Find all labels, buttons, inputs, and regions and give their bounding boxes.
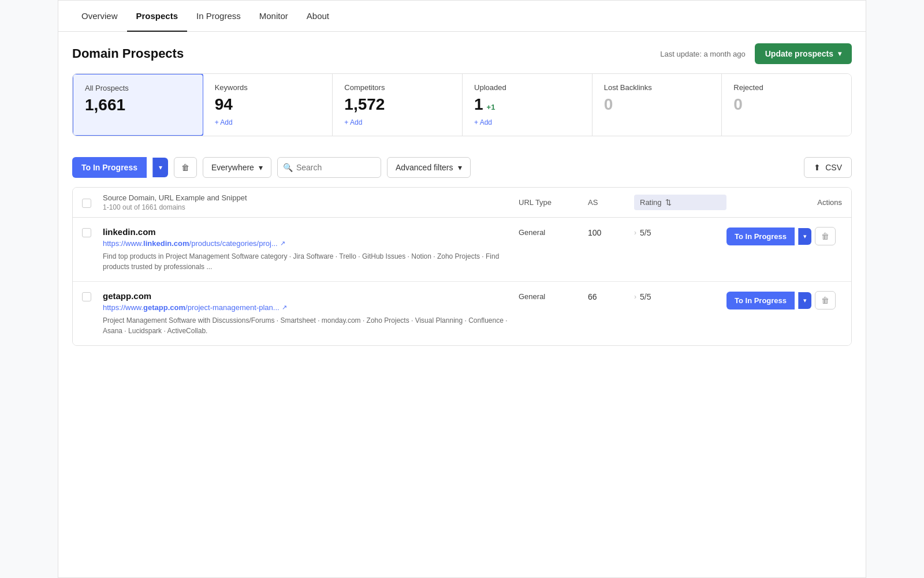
rating-label: Rating — [640, 198, 662, 207]
chevron-down-icon: ▾ — [838, 50, 841, 58]
search-wrap: 🔍 — [277, 157, 381, 178]
main-nav: Overview Prospects In Progress Monitor A… — [58, 1, 866, 32]
stats-row: All Prospects 1,661 Keywords 94 + Add Co… — [72, 73, 852, 136]
stat-rejected-value: 0 — [733, 95, 840, 114]
domain-snippet: Find top products in Project Management … — [103, 251, 519, 272]
toolbar: To In Progress▾ 🗑 Everywhere ▾ 🔍 Advance… — [58, 150, 866, 187]
nav-about[interactable]: About — [297, 1, 338, 31]
th-rating: Rating ⇅ — [634, 195, 726, 210]
update-prospects-label: Update prospects — [765, 49, 833, 58]
search-icon: 🔍 — [283, 163, 293, 172]
everywhere-label: Everywhere — [211, 163, 254, 172]
upload-icon: ⬆ — [814, 163, 821, 172]
action-delete-button[interactable]: 🗑 — [815, 227, 836, 245]
url-type-cell: General — [519, 291, 588, 301]
stat-keywords-add[interactable]: + Add — [215, 118, 321, 126]
chevron-right-icon: › — [634, 293, 636, 301]
nav-monitor[interactable]: Monitor — [250, 1, 297, 31]
rating-cell: › 5/5 — [634, 227, 726, 237]
rating-value: 5/5 — [640, 228, 651, 237]
row-checkbox-cell — [82, 227, 103, 237]
stat-keywords-label: Keywords — [215, 83, 321, 92]
stat-all-prospects[interactable]: All Prospects 1,661 — [72, 73, 204, 136]
chevron-right-icon: › — [634, 229, 636, 237]
delete-button[interactable]: 🗑 — [174, 157, 197, 178]
stat-competitors-add[interactable]: + Add — [344, 118, 450, 126]
stat-keywords-value: 94 — [215, 95, 321, 114]
th-source-label: Source Domain, URL Example and Snippet — [103, 193, 519, 202]
trash-icon: 🗑 — [181, 163, 189, 172]
url-text: https://www.getapp.com/project-managemen… — [103, 303, 280, 312]
external-link-icon[interactable]: ↗ — [280, 240, 285, 247]
rating-value: 5/5 — [640, 292, 651, 301]
select-all-checkbox[interactable] — [82, 199, 91, 208]
chevron-down-icon: ▾ — [458, 163, 462, 172]
nav-prospects[interactable]: Prospects — [127, 1, 188, 31]
source-cell: getapp.com https://www.getapp.com/projec… — [103, 291, 519, 336]
table-header: Source Domain, URL Example and Snippet 1… — [73, 188, 851, 218]
row-checkbox[interactable] — [82, 292, 91, 301]
advanced-filters-label: Advanced filters — [396, 163, 453, 172]
domain-url: https://www.linkedin.com/products/catego… — [103, 239, 519, 248]
stat-uploaded-add[interactable]: + Add — [474, 118, 580, 126]
stat-uploaded[interactable]: Uploaded 1 +1 + Add — [463, 74, 593, 136]
header-checkbox-cell — [82, 197, 103, 208]
header-actions: Last update: a month ago Update prospect… — [660, 43, 852, 64]
to-in-progress-caret[interactable]: ▾ — [152, 158, 168, 177]
action-to-in-progress-button[interactable]: To In Progress — [726, 292, 795, 309]
stat-all-label: All Prospects — [85, 84, 191, 92]
update-prospects-button[interactable]: Update prospects ▾ — [755, 43, 852, 64]
actions-cell: To In Progress▾ 🗑 — [726, 291, 842, 309]
nav-overview[interactable]: Overview — [72, 1, 127, 31]
th-rating-wrap[interactable]: Rating ⇅ — [634, 195, 726, 210]
action-caret-button[interactable]: ▾ — [798, 292, 811, 309]
th-url-type: URL Type — [519, 198, 588, 207]
stat-competitors-value: 1,572 — [344, 95, 450, 114]
th-source: Source Domain, URL Example and Snippet 1… — [103, 193, 519, 211]
th-actions: Actions — [726, 198, 842, 207]
prospects-table: Source Domain, URL Example and Snippet 1… — [72, 187, 852, 346]
stat-uploaded-plus: +1 — [487, 103, 495, 111]
everywhere-dropdown[interactable]: Everywhere ▾ — [203, 157, 271, 178]
page-title: Domain Prospects — [72, 46, 184, 61]
csv-label: CSV — [825, 163, 842, 172]
stat-uploaded-value: 1 +1 — [474, 95, 580, 114]
stat-rejected-label: Rejected — [733, 83, 840, 92]
stat-lost-backlinks[interactable]: Lost Backlinks 0 — [593, 74, 722, 136]
advanced-filters-button[interactable]: Advanced filters ▾ — [387, 157, 471, 178]
url-text: https://www.linkedin.com/products/catego… — [103, 239, 278, 248]
source-cell: linkedin.com https://www.linkedin.com/pr… — [103, 227, 519, 272]
as-cell: 100 — [588, 227, 634, 237]
stat-competitors-label: Competitors — [344, 83, 450, 92]
nav-in-progress[interactable]: In Progress — [187, 1, 250, 31]
actions-cell: To In Progress▾ 🗑 — [726, 227, 842, 245]
last-update-text: Last update: a month ago — [660, 50, 745, 58]
stat-lost-backlinks-value: 0 — [604, 95, 710, 114]
stat-keywords[interactable]: Keywords 94 + Add — [203, 74, 333, 136]
domain-name: linkedin.com — [103, 227, 519, 237]
stat-competitors[interactable]: Competitors 1,572 + Add — [333, 74, 463, 136]
chevron-down-icon: ▾ — [259, 163, 263, 172]
stat-all-value: 1,661 — [85, 96, 191, 114]
stat-lost-backlinks-label: Lost Backlinks — [604, 83, 710, 92]
sort-icon: ⇅ — [665, 198, 672, 207]
csv-export-button[interactable]: ⬆ CSV — [804, 157, 852, 178]
action-caret-button[interactable]: ▾ — [798, 228, 811, 245]
row-checkbox-cell — [82, 291, 103, 301]
rating-cell: › 5/5 — [634, 291, 726, 301]
domain-snippet: Project Management Software with Discuss… — [103, 315, 519, 336]
action-to-in-progress-button[interactable]: To In Progress — [726, 228, 795, 245]
trash-icon: 🗑 — [821, 296, 829, 305]
external-link-icon[interactable]: ↗ — [282, 304, 287, 311]
to-in-progress-button[interactable]: To In Progress — [72, 157, 147, 178]
th-as: AS — [588, 198, 634, 207]
row-checkbox[interactable] — [82, 228, 91, 237]
domain-url: https://www.getapp.com/project-managemen… — [103, 303, 519, 312]
stat-uploaded-label: Uploaded — [474, 83, 580, 92]
th-source-sub: 1-100 out of 1661 domains — [103, 203, 519, 211]
table-row: getapp.com https://www.getapp.com/projec… — [73, 282, 851, 345]
stat-rejected[interactable]: Rejected 0 — [722, 74, 851, 136]
as-cell: 66 — [588, 291, 634, 301]
action-delete-button[interactable]: 🗑 — [815, 291, 836, 309]
url-type-cell: General — [519, 227, 588, 237]
